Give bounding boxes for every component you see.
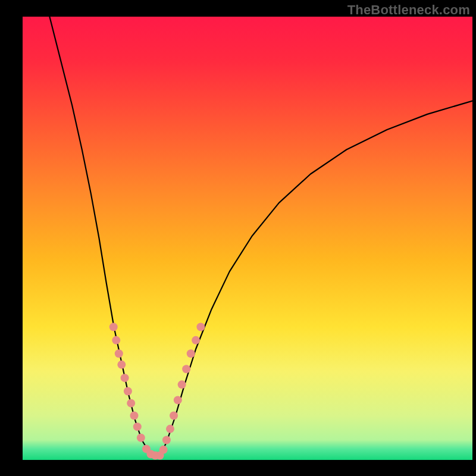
data-point [170,412,178,420]
data-point [174,396,182,404]
data-point [124,387,132,396]
data-point [133,422,142,431]
data-point [166,425,174,433]
data-point [137,434,145,442]
plot-area [23,17,472,460]
data-point [117,361,126,369]
data-point [130,412,138,420]
data-point [182,365,190,373]
chart-container: TheBottleneck.com [0,0,476,476]
data-point [196,323,205,331]
bottleneck-chart [23,17,472,460]
data-point [112,336,120,345]
data-point [178,380,186,389]
watermark-text: TheBottleneck.com [347,2,470,18]
data-point [121,374,129,382]
data-point [127,399,135,408]
data-point [159,446,168,454]
data-point [109,323,118,331]
data-point [115,349,123,358]
data-point [192,336,200,345]
data-point [187,349,195,358]
gradient-background [23,17,472,460]
data-point [162,436,171,444]
